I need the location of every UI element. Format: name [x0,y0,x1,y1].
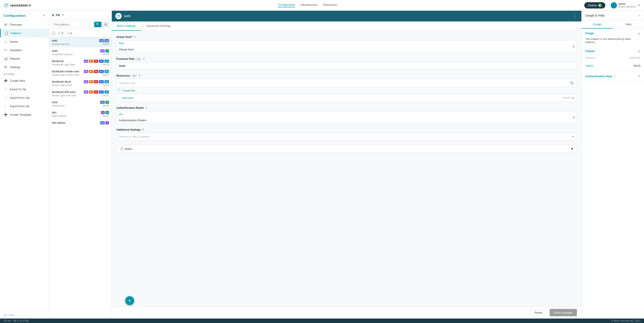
deploy-label: Deploy [588,3,597,7]
notes-header[interactable]: 📝 Notes ▼ [116,145,577,153]
pattern-badges: AuExFeOAOp [84,90,109,94]
sidebar-item-export-zip[interactable]: ↑ Export to Zip [0,85,49,93]
env-dropdown-icon[interactable]: ▼ [62,13,64,17]
nav-infrastructure[interactable]: Infrastructure [300,3,318,7]
paperclip-icon[interactable]: 📎 [570,81,574,85]
sidebar-item-patterns[interactable]: 📋 Patterns [0,29,49,37]
reset-button[interactable]: Reset [530,309,547,316]
detail-footer: Reset Save changes [112,307,582,319]
auth-flow-help-icon[interactable]: ? [614,74,616,78]
badge-vi: Vi [105,101,109,104]
auth-realm-clear-button[interactable]: ⊗ [572,115,575,119]
frontend-path-help-icon[interactable]: ? [143,57,145,61]
list-view-button[interactable]: ≡ ▼ [66,31,74,35]
pattern-panel-header: FB ▼ [49,11,112,20]
sidebar-label-import-git: Import from Git [10,104,29,108]
user-dropdown-icon[interactable]: ▼ [638,3,640,7]
search-button[interactable]: 🔍 [94,22,102,27]
save-changes-button[interactable]: Save changes [550,309,577,316]
sidebar-item-overview[interactable]: ⊞ Overview [0,20,49,29]
list-item[interactable]: facebook-create-user AuExFeOAOp Social L… [49,68,112,78]
detail-logo [116,13,122,19]
deploy-play-icon: ▶ [598,3,602,7]
user-name: admin [618,2,626,5]
right-panel-title: Usage & Help [585,14,604,17]
sidebar-footer: nevis [0,311,49,319]
sidebar-item-issues[interactable]: ◇ Issues [0,37,49,46]
usage-collapse-icon: ▲ [638,32,640,35]
resources-field-group: Resources var ? Upload a file... 📎 📄 Cre… [116,74,577,102]
fab-add-button[interactable]: + [125,296,134,305]
clock-sort-button[interactable]: 🕐 ▼ [56,31,65,35]
tab-usage[interactable]: Usage [582,20,613,28]
pattern-sub: Hosting Service 09:03 [52,43,109,45]
deploy-button[interactable]: Deploy ▶ [584,2,605,8]
detail-content: Virtual Host* ? host Virtual Host ⊗ [112,31,582,307]
list-item[interactable]: idm-admin ApId [49,119,112,127]
list-item[interactable]: facebook-link-user AuExFeOAOp Social Log… [49,88,112,99]
sidebar-item-reports[interactable]: 📊 Reports [0,54,49,63]
usage-section-header[interactable]: Usage ▲ [582,29,644,37]
resources-help-icon[interactable]: ? [138,74,140,77]
virtual-host-clear-button[interactable]: ⊗ [572,45,575,48]
copies-section: Copies ▲ Copied to Copy date ANNA 09:03 [582,47,644,72]
badge-ap: Ap [100,101,105,104]
create-file-link[interactable]: Create file... [122,89,137,92]
list-controls: 🕐 ▼ ≡ ▼ [49,29,112,37]
pattern-badges: ApVi [100,101,109,104]
frontend-path-input[interactable] [116,62,577,69]
additional-settings-field-group: Additional Settings ? Search or add a pa… [116,128,577,140]
auth-flow-section-header[interactable]: Authentication flow ? ▼ [582,72,644,81]
sidebar-item-variables[interactable]: <> Variables [0,46,49,54]
top-nav-links: Configuration Infrastructure Resources [36,3,579,7]
additional-settings-help-icon[interactable]: ? [142,128,144,132]
pattern-panel: FB ▼ 🔍 ⊟ 🕐 ▼ ≡ ▼ web ApAp Hosting Servic… [49,11,112,319]
sidebar-item-create-new[interactable]: ➕ Create New [0,76,49,85]
list-item[interactable]: web ApAp Hosting Service 09:03 [49,37,112,47]
list-item[interactable]: facebook AuExFeOAOp Facebook Login Step … [49,58,112,68]
virtual-host-label: Virtual Host* ? [116,35,577,39]
actions-section-label: ACTIONS [0,71,49,76]
upload-placeholder: Upload a file... [119,81,568,85]
virtual-host-help-icon[interactable]: ? [134,35,136,39]
select-all-checkbox[interactable] [52,32,55,35]
sidebar-item-import-git[interactable]: ↓ Import from Git [0,102,49,110]
list-item[interactable]: host ApVi Virtual Host 09:03 [49,99,112,109]
auth-realm-label: Authentication Realm ? [116,106,577,110]
list-item[interactable]: idm IdIn IDM Instance 09:03 [49,109,112,119]
pattern-badges: AuExFeOAOp [84,70,109,73]
main-layout: Configuration « ⊞ Overview 📋 Patterns ◇ … [0,11,644,319]
additional-settings-dropdown[interactable]: Search or add a pattern... ▼ [116,133,577,140]
list-item[interactable]: facebook-done AuExFeOAOp Social Login Do… [49,78,112,88]
copies-section-header[interactable]: Copies ▲ [582,47,644,55]
auth-realm-help-icon[interactable]: ? [145,106,147,110]
nav-resources[interactable]: Resources [323,3,337,7]
copy-name[interactable]: ANNA [585,64,593,67]
nav-configuration[interactable]: Configuration [278,3,295,7]
search-input[interactable] [52,22,93,27]
sidebar-collapse-icon[interactable]: « [44,13,46,17]
copies-row: ANNA 09:03 [585,63,640,69]
badge-au: Au [84,60,88,63]
tab-help[interactable]: Help [613,20,644,28]
file-remove-button[interactable]: ⊗ [571,96,574,100]
sidebar-item-import-zip[interactable]: ↓ Import from Zip [0,93,49,102]
virtual-host-field-group: Virtual Host* ? host Virtual Host ⊗ [116,35,577,53]
detail-header: web ⋮ [112,11,582,21]
filter-button[interactable]: ⊟ [102,21,109,27]
badge-oa: OA [99,80,104,83]
sidebar-item-create-template[interactable]: ➕ Create Template [0,110,49,119]
sidebar-item-settings[interactable]: ⚙ Settings [0,63,49,71]
sidebar-label-import-zip: Import from Zip [10,96,30,99]
patterns-icon: 📋 [4,31,8,35]
tab-basic-settings[interactable]: Basic Settings [112,21,141,31]
file-time: 09:03 [563,96,570,99]
pattern-name: host [52,100,58,104]
tab-advanced-settings[interactable]: Advanced Settings [141,21,176,31]
badge-ex: Ex [89,70,93,73]
detail-menu-button[interactable]: ⋮ [572,13,578,19]
right-panel-expand-icon[interactable]: » [638,13,640,17]
list-item[interactable]: auth AuIn nevisAuth Instance 09:03 [49,47,112,58]
additional-settings-placeholder: Search or add a pattern... [119,135,152,138]
auth-realm-bottom-value: Authentication Realm [119,119,146,122]
